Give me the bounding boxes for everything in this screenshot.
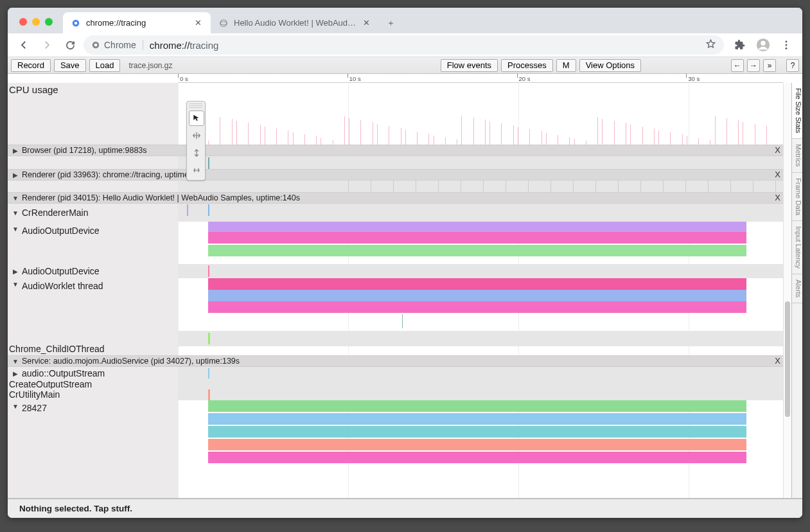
- process-header-renderer2[interactable]: ▼Renderer (pid 34015): Hello Audio Workl…: [8, 192, 783, 204]
- trace-event[interactable]: [208, 301, 746, 313]
- process-header-renderer1[interactable]: ▶Renderer (pid 33963): chrome://tracing,…: [8, 169, 783, 181]
- svg-point-10: [786, 48, 788, 49]
- maximize-window-icon[interactable]: [45, 18, 53, 26]
- vertical-scrollbar[interactable]: [783, 83, 791, 498]
- close-process-icon[interactable]: X: [775, 193, 780, 202]
- side-tab-alerts[interactable]: Alerts: [792, 274, 802, 303]
- tab-title: Hello Audio Worklet! | WebAud…: [234, 18, 356, 28]
- favicon-icon: [218, 18, 229, 28]
- close-tab-icon[interactable]: ✕: [193, 18, 203, 28]
- thread-28427[interactable]: ▼28427: [8, 400, 178, 471]
- view-options-button[interactable]: View Options: [579, 59, 641, 72]
- svg-point-8: [786, 40, 788, 42]
- browser-tab-tracing[interactable]: chrome://tracing ✕: [63, 12, 211, 33]
- new-tab-button[interactable]: ＋: [382, 14, 400, 32]
- side-tab-strip: File Size Stats Metrics Frame Data Input…: [791, 83, 802, 498]
- trace-event[interactable]: [208, 413, 746, 425]
- svg-point-9: [786, 44, 788, 46]
- lane-28427[interactable]: [178, 400, 783, 471]
- back-button[interactable]: [14, 35, 33, 55]
- reload-button[interactable]: [60, 35, 80, 55]
- svg-point-3: [220, 21, 227, 24]
- lane-audio-worklet[interactable]: [178, 278, 783, 331]
- side-tab-metrics[interactable]: Metrics: [792, 139, 802, 172]
- trace-event[interactable]: [208, 245, 746, 256]
- pointer-tool-icon[interactable]: [189, 111, 204, 126]
- thread-audio-output-device[interactable]: ▼AudioOutputDevice: [8, 222, 178, 263]
- address-bar: Chrome chrome://tracing: [8, 33, 802, 57]
- m-button[interactable]: M: [556, 59, 576, 72]
- nav-left-button[interactable]: ←: [731, 59, 744, 72]
- omnibox[interactable]: Chrome chrome://tracing: [84, 35, 724, 55]
- svg-point-1: [75, 21, 78, 24]
- close-window-icon[interactable]: [19, 18, 27, 26]
- close-process-icon[interactable]: X: [775, 356, 780, 366]
- lane-audio-output-device[interactable]: [178, 222, 783, 263]
- window-controls: [14, 18, 58, 33]
- thread-audio-output-stream[interactable]: ▶audio::OutputStream: [8, 367, 178, 380]
- palette-grip-icon[interactable]: [189, 103, 203, 109]
- svg-point-5: [94, 44, 98, 47]
- svg-point-2: [220, 19, 227, 26]
- browser-tab-audio[interactable]: Hello Audio Worklet! | WebAud… ✕: [211, 12, 379, 33]
- trace-event[interactable]: [208, 452, 746, 463]
- time-ruler: 0 s 10 s 20 s 30 s: [178, 74, 783, 83]
- trace-event[interactable]: [208, 278, 746, 290]
- flow-events-button[interactable]: Flow events: [441, 59, 498, 72]
- process-header-service[interactable]: ▼Service: audio.mojom.AudioService (pid …: [8, 355, 783, 367]
- profile-avatar-icon[interactable]: [753, 35, 773, 55]
- more-button[interactable]: »: [763, 59, 776, 72]
- processes-button[interactable]: Processes: [501, 59, 553, 72]
- side-tab-framedata[interactable]: Frame Data: [792, 173, 802, 221]
- trace-event[interactable]: [208, 400, 746, 412]
- forward-button[interactable]: [37, 35, 57, 55]
- cpu-usage-lane[interactable]: [178, 83, 783, 145]
- pan-tool-icon[interactable]: [189, 128, 204, 143]
- selection-footer: Nothing selected. Tap stuff.: [8, 499, 802, 518]
- close-tab-icon[interactable]: ✕: [361, 18, 371, 28]
- trace-event[interactable]: [208, 439, 746, 450]
- load-button[interactable]: Load: [89, 59, 121, 72]
- bookmark-star-icon[interactable]: [705, 39, 716, 51]
- close-process-icon[interactable]: X: [775, 170, 780, 179]
- side-tab-filesize[interactable]: File Size Stats: [792, 83, 802, 139]
- tool-palette[interactable]: [186, 101, 206, 181]
- omnibox-chip: Chrome: [104, 40, 136, 50]
- zoom-tool-icon[interactable]: [189, 145, 204, 161]
- chrome-icon: [91, 40, 100, 49]
- record-button[interactable]: Record: [11, 59, 51, 72]
- loaded-filename: trace.json.gz: [128, 61, 172, 70]
- status-text: Nothing selected. Tap stuff.: [19, 504, 132, 513]
- omnibox-url: chrome://tracing: [150, 40, 219, 51]
- trace-event[interactable]: [208, 426, 746, 438]
- thread-chrome-childio: Chrome_ChildIOThread: [8, 342, 178, 355]
- help-button[interactable]: ?: [786, 59, 799, 72]
- overflow-menu-icon[interactable]: [777, 35, 796, 55]
- thread-audio-worklet[interactable]: ▼AudioWorklet thread: [8, 278, 178, 331]
- thread-cr-renderer-main[interactable]: ▼CrRendererMain: [8, 204, 178, 222]
- tab-title: chrome://tracing: [86, 18, 146, 28]
- nav-right-button[interactable]: →: [747, 59, 760, 72]
- cpu-usage-label: CPU usage: [8, 83, 178, 145]
- svg-point-7: [761, 41, 765, 46]
- minimize-window-icon[interactable]: [32, 18, 40, 26]
- trace-event[interactable]: [208, 232, 746, 244]
- extensions-icon[interactable]: [730, 35, 750, 55]
- thread-audio-output-device-2[interactable]: ▶AudioOutputDevice: [8, 264, 178, 278]
- thread-cr-utility-main: CrUtilityMain: [8, 389, 178, 400]
- process-header-browser[interactable]: ▶Browser (pid 17218), uptime:9883s X: [8, 145, 783, 156]
- timeline-view[interactable]: File Size Stats Metrics Frame Data Input…: [8, 83, 802, 499]
- favicon-icon: [71, 18, 81, 28]
- close-process-icon[interactable]: X: [775, 145, 780, 155]
- timing-tool-icon[interactable]: [189, 163, 204, 178]
- trace-event[interactable]: [208, 290, 746, 301]
- tracing-toolbar: Record Save Load trace.json.gz Flow even…: [8, 57, 802, 74]
- tab-strip: chrome://tracing ✕ Hello Audio Worklet! …: [8, 8, 802, 33]
- save-button[interactable]: Save: [54, 59, 86, 72]
- side-tab-inputlatency[interactable]: Input Latency: [792, 221, 802, 274]
